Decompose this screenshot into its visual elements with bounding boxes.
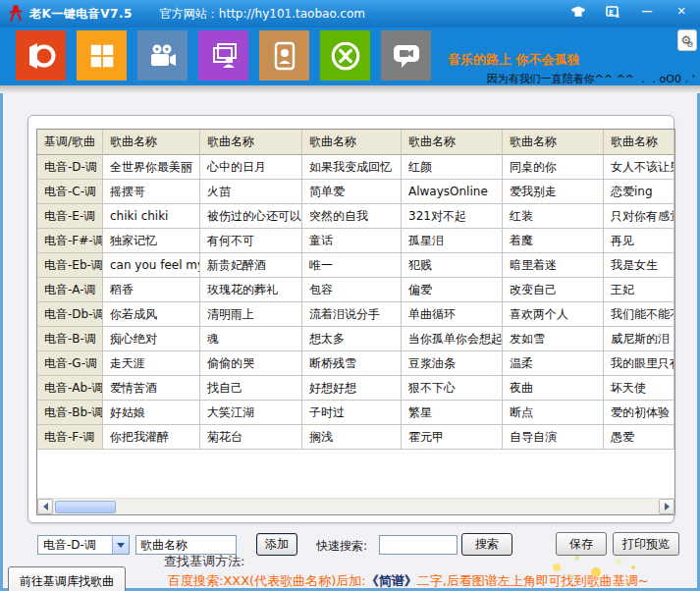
key-cell[interactable]: 电音-C-调: [37, 180, 103, 204]
song-cell[interactable]: 我是女生: [604, 253, 674, 278]
song-cell[interactable]: 好想好想: [302, 376, 402, 401]
skin-icon[interactable]: [567, 4, 589, 20]
song-cell[interactable]: 搁浅: [302, 425, 402, 450]
song-cell[interactable]: 摇摆哥: [103, 180, 200, 204]
song-cell[interactable]: 愚爱: [604, 425, 674, 450]
song-cell[interactable]: 女人不该让男.: [604, 155, 674, 180]
song-cell[interactable]: 稻香: [103, 278, 200, 302]
song-cell[interactable]: can you feel my wor: [103, 253, 200, 278]
song-cell[interactable]: 爱的初体验: [604, 401, 674, 425]
song-cell[interactable]: 清明雨上: [200, 302, 302, 327]
song-cell[interactable]: 断点: [503, 401, 604, 425]
song-cell[interactable]: 有何不可: [200, 229, 302, 253]
song-name-input[interactable]: [135, 535, 237, 555]
song-cell[interactable]: 爱我别走: [503, 180, 604, 204]
song-cell[interactable]: 改变自己: [503, 278, 604, 302]
song-cell[interactable]: 心中的日月: [200, 155, 302, 180]
key-cell[interactable]: 电音-Ab-调: [37, 376, 103, 401]
song-cell[interactable]: 断桥残雪: [302, 351, 402, 376]
song-cell[interactable]: 子时过: [302, 401, 402, 425]
song-cell[interactable]: 狠不下心: [402, 376, 503, 401]
combo-dropdown-button[interactable]: [112, 536, 129, 554]
close-icon[interactable]: ✕: [671, 4, 692, 20]
song-cell[interactable]: 找自己: [200, 376, 302, 401]
song-cell[interactable]: 如果我变成回忆: [302, 155, 402, 180]
song-cell[interactable]: 突然的自我: [302, 204, 402, 229]
tile-chat[interactable]: [381, 30, 431, 81]
key-cell[interactable]: 电音-E-调: [37, 204, 103, 229]
song-cell[interactable]: 坏天使: [604, 376, 674, 401]
song-cell[interactable]: 温柔: [503, 351, 604, 376]
song-cell[interactable]: 豆浆油条: [402, 351, 503, 376]
add-button[interactable]: 添加: [256, 533, 297, 556]
song-cell[interactable]: 着魔: [503, 229, 604, 253]
song-cell[interactable]: 犯贱: [402, 253, 503, 278]
song-cell[interactable]: 恋爱ing: [604, 180, 674, 204]
tile-contact[interactable]: [259, 30, 309, 81]
song-cell[interactable]: 繁星: [402, 401, 503, 425]
key-cell[interactable]: 电音-F#-调: [37, 229, 103, 253]
song-cell[interactable]: 痴心绝对: [103, 327, 200, 351]
song-cell[interactable]: 喜欢两个人: [503, 302, 604, 327]
song-cell[interactable]: 同桌的你: [503, 155, 604, 180]
song-cell[interactable]: 暗里着迷: [503, 253, 604, 278]
song-cell[interactable]: AlwaysOnline: [402, 180, 503, 204]
song-cell[interactable]: 发如雪: [503, 327, 604, 351]
horizontal-scrollbar[interactable]: [37, 498, 674, 514]
tray-icon[interactable]: Ex: [602, 4, 623, 20]
song-cell[interactable]: 孤星泪: [402, 229, 503, 253]
song-cell[interactable]: 只对你有感觉: [604, 204, 674, 229]
song-cell[interactable]: 玫瑰花的葬礼: [200, 278, 302, 302]
scroll-right-button[interactable]: [659, 499, 674, 514]
song-cell[interactable]: 霍元甲: [402, 425, 503, 450]
scrollbar-thumb[interactable]: [55, 501, 116, 513]
key-cell[interactable]: 电音-A-调: [37, 278, 103, 302]
print-preview-button[interactable]: 打印预览: [613, 532, 679, 556]
song-cell[interactable]: 想太多: [302, 327, 402, 351]
key-cell[interactable]: 电音-Eb-调: [37, 253, 103, 278]
song-cell[interactable]: 菊花台: [200, 425, 302, 450]
key-cell[interactable]: 电音-Db-调: [37, 302, 103, 327]
song-cell[interactable]: 再见: [604, 229, 674, 253]
tile-photos[interactable]: [198, 30, 248, 81]
song-cell[interactable]: 魂: [200, 327, 302, 351]
song-cell[interactable]: 流着泪说分手: [302, 302, 402, 327]
song-cell[interactable]: 单曲循环: [402, 302, 503, 327]
song-cell[interactable]: 大笑江湖: [200, 401, 302, 425]
song-cell[interactable]: 威尼斯的泪: [604, 327, 674, 351]
song-cell[interactable]: 偏爱: [402, 278, 503, 302]
song-cell[interactable]: 全世界你最美丽: [103, 155, 200, 180]
song-cell[interactable]: 简单爱: [302, 180, 402, 204]
song-cell[interactable]: 红装: [503, 204, 604, 229]
song-cell[interactable]: 被伤过的心还可以爱: [200, 204, 302, 229]
key-cell[interactable]: 电音-G-调: [37, 351, 103, 376]
song-cell[interactable]: 童话: [302, 229, 402, 253]
song-cell[interactable]: 包容: [302, 278, 402, 302]
song-cell[interactable]: 爱情苦酒: [103, 376, 200, 401]
song-cell[interactable]: 我们能不能不分: [604, 302, 674, 327]
song-cell[interactable]: 321对不起: [402, 204, 503, 229]
song-cell[interactable]: 走天涯: [103, 351, 200, 376]
song-cell[interactable]: 我的眼里只有你: [604, 351, 674, 376]
song-cell[interactable]: chiki chiki: [103, 204, 200, 229]
song-cell[interactable]: 夜曲: [503, 376, 604, 401]
song-cell[interactable]: 红颜: [402, 155, 503, 180]
song-cell[interactable]: 王妃: [604, 278, 674, 302]
tile-xbox[interactable]: [320, 30, 370, 81]
search-button[interactable]: 搜索: [461, 533, 512, 556]
quick-search-input[interactable]: [379, 535, 458, 555]
song-cell[interactable]: 新贵妃醉酒: [200, 253, 302, 278]
tile-video[interactable]: [137, 30, 188, 81]
tile-office[interactable]: [16, 30, 66, 81]
save-button[interactable]: 保存: [556, 532, 607, 556]
minimize-icon[interactable]: —: [636, 4, 658, 20]
settings-button[interactable]: ⚙⚙: [677, 29, 697, 51]
goto-key-library-button[interactable]: 前往基调库找歌曲: [8, 566, 126, 591]
song-cell[interactable]: 偷偷的哭: [200, 351, 302, 376]
scroll-left-button[interactable]: [37, 499, 53, 514]
song-cell[interactable]: 你把我灌醉: [103, 425, 200, 450]
key-cell[interactable]: 电音-Bb-调: [37, 401, 103, 425]
song-cell[interactable]: 自导自演: [503, 425, 604, 450]
key-cell[interactable]: 电音-B-调: [37, 327, 103, 351]
song-cell[interactable]: 好姑娘: [103, 401, 200, 425]
